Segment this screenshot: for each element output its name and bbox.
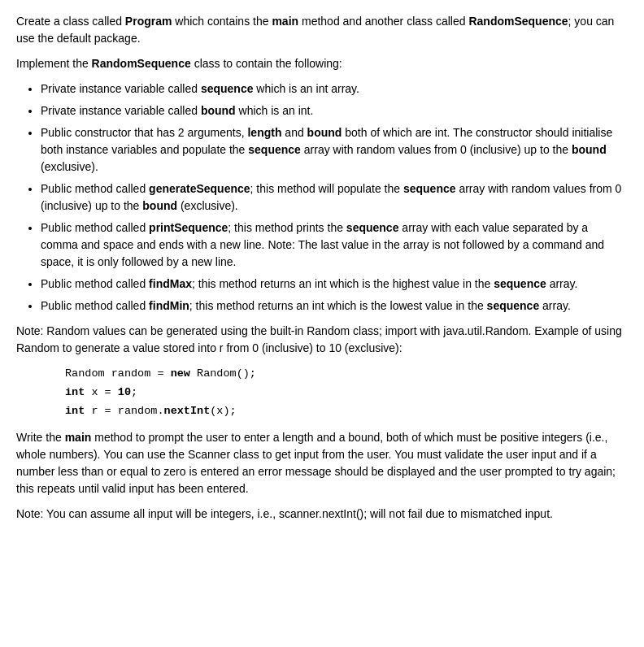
code-example: Random random = new Random(); int x = 10…	[65, 365, 628, 421]
list-item-3: Public constructor that has 2 arguments,…	[41, 124, 628, 176]
paragraph-3: Write the main method to prompt the user…	[16, 429, 628, 497]
bold-program: Program	[125, 15, 172, 28]
code-text-6: (x);	[210, 405, 236, 417]
code-text-3: x =	[85, 386, 118, 398]
bold-sequence-3: sequence	[403, 182, 456, 195]
list-item-7: Public method called findMin; this metho…	[41, 297, 628, 315]
list-item-2: Private instance variable called bound w…	[41, 102, 628, 119]
bold-length: length	[247, 126, 281, 139]
bold-main-1: main	[272, 15, 298, 28]
code-keyword-int2: int	[65, 405, 85, 417]
code-keyword-new: new	[171, 367, 190, 380]
code-line-3: int r = random.nextInt(x);	[65, 402, 628, 421]
list-item-5: Public method called printSequence; this…	[41, 219, 628, 271]
bold-sequence-4: sequence	[346, 221, 399, 234]
note-scanner: Note: You can assume all input will be i…	[16, 506, 628, 523]
list-item-1: Private instance variable called sequenc…	[41, 80, 628, 98]
bold-sequence-1: sequence	[201, 82, 254, 95]
bold-generatesequence: generateSequence	[149, 182, 250, 195]
requirements-list: Private instance variable called sequenc…	[41, 80, 628, 315]
bold-randomsequence-1: RandomSequence	[468, 15, 568, 28]
bold-main-2: main	[65, 431, 92, 444]
bold-bound-4: bound	[142, 199, 177, 212]
bold-randomsequence-2: RandomSequence	[92, 57, 191, 70]
bold-bound-1: bound	[201, 104, 236, 117]
code-value-10: 10	[118, 386, 131, 398]
bold-findmin: findMin	[149, 299, 189, 312]
note-random: Note: Random values can be generated usi…	[16, 323, 628, 357]
list-item-4: Public method called generateSequence; t…	[41, 180, 628, 215]
bold-bound-3: bound	[572, 143, 607, 156]
bold-sequence-2: sequence	[248, 143, 301, 156]
code-line-2: int x = 10;	[65, 384, 628, 402]
code-text-2: Random();	[190, 367, 256, 380]
bold-bound-2: bound	[307, 126, 342, 139]
bold-sequence-5: sequence	[494, 277, 546, 290]
code-text-4: ;	[131, 386, 137, 398]
paragraph-2: Implement the RandomSequence class to co…	[16, 55, 628, 72]
paragraph-1: Create a class called Program which cont…	[16, 13, 628, 47]
code-keyword-int1: int	[65, 386, 85, 398]
bold-findmax: findMax	[149, 277, 192, 290]
code-text-5: r = random.	[85, 405, 163, 417]
code-text: Random random =	[65, 367, 171, 380]
code-line-1: Random random = new Random();	[65, 365, 628, 384]
bold-sequence-6: sequence	[487, 299, 540, 312]
main-content: Create a class called Program which cont…	[16, 13, 628, 523]
code-method: nextInt	[164, 405, 211, 417]
list-item-6: Public method called findMax; this metho…	[41, 276, 628, 293]
bold-printsequence: printSequence	[149, 221, 228, 234]
